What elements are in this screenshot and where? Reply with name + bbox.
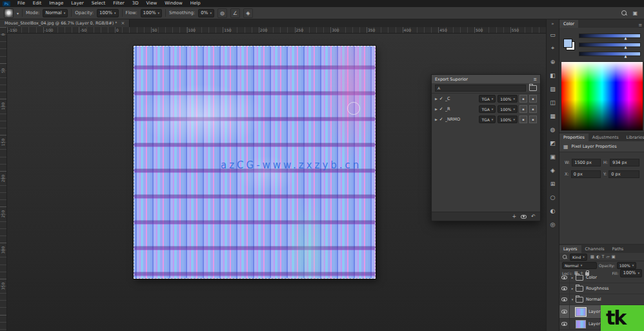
tab-color[interactable]: Color	[559, 20, 578, 28]
menu-item[interactable]: 3D	[128, 0, 143, 7]
layer-row[interactable]: ▸ Color	[559, 272, 644, 283]
document-tab[interactable]: Mouse_SteelBox_04.jpg @ 66.7% (Layer 0, …	[0, 19, 130, 27]
group-caret-icon[interactable]: ▸	[570, 276, 575, 279]
properties-tab[interactable]: Adjustments	[589, 134, 623, 141]
menu-item[interactable]: Filter	[109, 0, 128, 7]
scale-select[interactable]: 100%▾	[498, 105, 518, 113]
expand-caret-icon[interactable]: ▶	[435, 107, 438, 111]
export-row[interactable]: ▶ ✓ _C TGA▾ 100%▾ ▪ ▪	[432, 94, 540, 104]
transform-value-input[interactable]: 0 px	[571, 170, 601, 178]
export-row[interactable]: ▶ ✓ _NRMO TGA▾ 100%▾ ▪ ▪	[432, 114, 540, 125]
layer-row[interactable]: ▾ Normal	[559, 294, 644, 305]
scale-select[interactable]: 100%▾	[498, 115, 518, 123]
crop-tool-icon[interactable]: ◧	[547, 68, 559, 82]
export-path-field[interactable]: A	[435, 85, 526, 92]
format-select[interactable]: TGA▾	[479, 105, 496, 113]
type-tool-icon[interactable]: ⊞	[547, 177, 559, 190]
brush-tool-icon[interactable]: ◫	[547, 95, 559, 109]
export-row[interactable]: ▶ ✓ _R TGA▾ 100%▾ ▪ ▪	[432, 104, 540, 114]
expand-caret-icon[interactable]: ▶	[435, 97, 438, 101]
properties-tab[interactable]: Libraries	[623, 134, 644, 141]
row-save-button[interactable]: ▪	[529, 115, 537, 123]
layer-filter-icon[interactable]: ▦	[590, 254, 594, 259]
format-select[interactable]: TGA▾	[479, 115, 496, 123]
color-channel-slider[interactable]: ▲	[579, 43, 641, 47]
menu-item[interactable]: Image	[45, 0, 67, 7]
search-icon[interactable]	[621, 10, 627, 16]
transform-value-input[interactable]: 934 px	[610, 159, 639, 166]
color-spectrum-picker[interactable]	[561, 61, 643, 131]
row-option-button[interactable]: ▪	[519, 95, 527, 103]
format-select[interactable]: TGA▾	[479, 95, 496, 103]
undo-icon[interactable]: ↶	[531, 214, 536, 219]
color-channel-slider[interactable]: ▲	[579, 52, 641, 56]
preview-eye-icon[interactable]	[521, 215, 527, 219]
option-toggle-icon[interactable]: ∠	[230, 8, 240, 18]
group-caret-icon[interactable]: ▸	[570, 286, 575, 290]
panel-menu-icon[interactable]: ≡	[636, 23, 644, 28]
checkmark-icon[interactable]: ✓	[439, 117, 443, 122]
kind-filter-select[interactable]: Kind▾	[570, 254, 587, 261]
group-caret-icon[interactable]: ▾	[570, 297, 575, 301]
layer-filter-icon[interactable]: ▣	[612, 254, 616, 259]
layer-row[interactable]: ▸ Roughness	[559, 283, 644, 294]
layers-tab[interactable]: Channels	[581, 245, 609, 253]
eraser-tool-icon[interactable]: ◍	[547, 123, 559, 136]
layer-search-icon[interactable]	[563, 254, 567, 259]
layers-tab[interactable]: Layers	[559, 245, 581, 253]
visibility-toggle[interactable]	[559, 294, 570, 305]
workspace-icon[interactable]: ▣	[632, 10, 638, 16]
visibility-toggle[interactable]	[559, 305, 570, 318]
marquee-tool-icon[interactable]: ▭	[547, 28, 559, 41]
option-toggle-icon[interactable]: ◈	[243, 8, 253, 18]
menu-item[interactable]: Help	[186, 0, 205, 7]
menu-item[interactable]: Select	[88, 0, 110, 7]
collapse-toolbar-icon[interactable]: »	[551, 20, 554, 28]
brush-preset-icon[interactable]	[4, 8, 14, 18]
visibility-toggle[interactable]	[559, 272, 570, 283]
layer-filter-icon[interactable]: T	[602, 254, 605, 259]
slider-thumb[interactable]: ▲	[625, 46, 627, 49]
zoom-tool-icon[interactable]: ◎	[547, 217, 559, 231]
option-toggle-icon[interactable]: ◍	[217, 8, 227, 18]
lasso-tool-icon[interactable]: ⊕	[547, 55, 559, 68]
menu-item[interactable]: Layer	[67, 0, 88, 7]
preset-caret-icon[interactable]: ▾	[17, 11, 19, 15]
menu-item[interactable]: File	[14, 0, 29, 7]
row-option-button[interactable]: ▪	[519, 105, 527, 113]
pen-tool-icon[interactable]: ◈	[547, 163, 559, 177]
transform-value-input[interactable]: 1500 px	[572, 159, 601, 166]
eyedropper-tool-icon[interactable]: ▨	[547, 82, 559, 95]
row-save-button[interactable]: ▪	[529, 95, 537, 103]
transform-value-input[interactable]: 0 px	[609, 170, 639, 178]
foreground-color-swatch[interactable]	[563, 39, 572, 48]
color-channel-slider[interactable]: ▲	[579, 34, 641, 38]
gradient-tool-icon[interactable]: ◩	[547, 136, 559, 150]
menu-item[interactable]: View	[143, 0, 161, 7]
layer-filter-icon[interactable]: ▱	[607, 254, 610, 259]
visibility-toggle[interactable]	[559, 283, 570, 294]
folder-icon[interactable]	[529, 85, 537, 91]
layer-blend-mode-select[interactable]: Normal▾	[562, 262, 597, 269]
add-row-button[interactable]: +	[512, 214, 517, 219]
shape-tool-icon[interactable]: ○	[547, 190, 559, 204]
move-tool-icon[interactable]: ⌖	[547, 41, 559, 55]
hand-tool-icon[interactable]: ◐	[547, 204, 559, 217]
scale-select[interactable]: 100%▾	[498, 95, 518, 103]
blend-mode-select[interactable]: Normal▾	[43, 9, 68, 17]
slider-thumb[interactable]: ▲	[625, 55, 627, 58]
expand-caret-icon[interactable]: ▶	[435, 117, 438, 121]
opacity-select[interactable]: 100%▾	[97, 9, 119, 17]
checkmark-icon[interactable]: ✓	[439, 106, 443, 112]
menu-item[interactable]: Window	[161, 0, 186, 7]
smoothing-select[interactable]: 0%▾	[198, 9, 214, 17]
layer-opacity-select[interactable]: 100%▾	[617, 262, 637, 269]
panel-menu-icon[interactable]: ≡	[534, 77, 537, 82]
row-option-button[interactable]: ▪	[519, 115, 527, 123]
menu-item[interactable]: Edit	[29, 0, 46, 7]
flow-select[interactable]: 100%▾	[141, 9, 163, 17]
dodge-tool-icon[interactable]: ▣	[547, 150, 559, 163]
close-icon[interactable]: ×	[121, 21, 125, 26]
visibility-toggle[interactable]	[559, 319, 570, 329]
clone-stamp-tool-icon[interactable]: ▦	[547, 109, 559, 123]
